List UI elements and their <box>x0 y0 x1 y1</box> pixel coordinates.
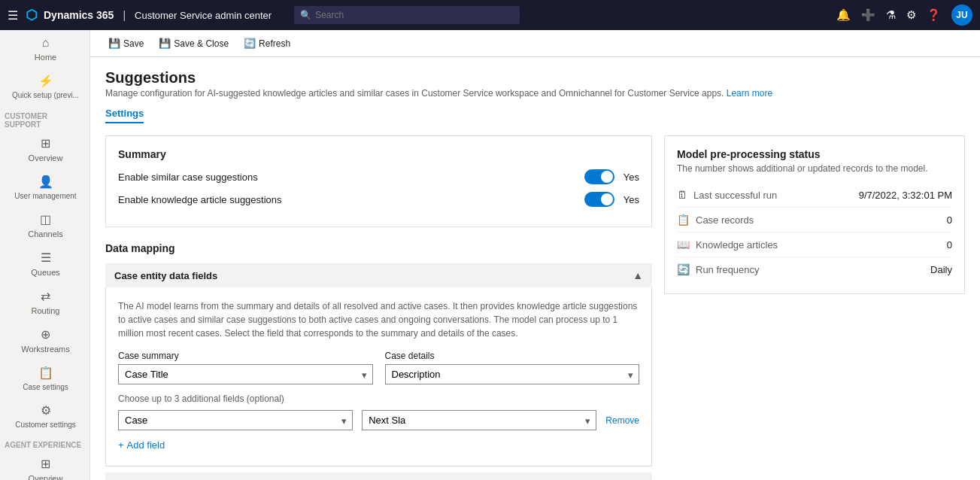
queues-icon: ☰ <box>41 251 51 265</box>
save-close-button[interactable]: 💾 Save & Close <box>153 35 235 52</box>
optional-field2-select[interactable]: Next Sla <box>362 410 596 430</box>
right-column: Model pre-processing status The number s… <box>664 135 965 480</box>
toggle2-label: Enable knowledge article suggestions <box>118 194 575 205</box>
case-fields-row: Case summary Case Title Case details <box>118 351 639 384</box>
case-entity-body: The AI model learns from the summary and… <box>105 287 652 466</box>
settings-icon[interactable]: ⚙ <box>906 8 916 22</box>
add-field-plus-icon: + <box>118 439 124 451</box>
page-subtitle: Manage configuration for AI-suggested kn… <box>105 88 965 99</box>
model-status-row-1: 📋 Case records 0 <box>677 208 952 232</box>
optional-field1-wrap: Case <box>118 410 353 430</box>
content-area: 💾 Save 💾 Save & Close 🔄 Refresh Suggesti… <box>90 30 980 480</box>
topbar: ☰ ⬡ Dynamics 365 | Customer Service admi… <box>0 0 980 30</box>
sidebar-item-overview[interactable]: ⊞ Overview <box>0 130 90 169</box>
toggle1-switch[interactable] <box>584 169 614 184</box>
topbar-actions: 🔔 ➕ ⚗ ⚙ ❓ JU <box>836 5 972 26</box>
agent-overview-icon: ⊞ <box>41 457 50 471</box>
toggle1-slider <box>584 169 614 184</box>
add-field-label: Add field <box>127 439 165 451</box>
hamburger-icon[interactable]: ☰ <box>8 8 18 23</box>
refresh-button[interactable]: 🔄 Refresh <box>238 35 296 52</box>
section-label-customer-support: Customer support <box>0 106 90 130</box>
sidebar-label-channels: Channels <box>28 229 62 238</box>
search-input[interactable] <box>294 6 520 24</box>
optional-label: Choose up to 3 additional fields (option… <box>118 393 639 404</box>
sidebar-label-queues: Queues <box>31 268 60 277</box>
sidebar-item-quick-setup[interactable]: ⚡ Quick setup (previ... <box>0 68 90 106</box>
case-entity-collapse-icon: ▲ <box>633 269 643 281</box>
add-field-button[interactable]: + Add field <box>118 436 165 454</box>
remove-field-link[interactable]: Remove <box>605 415 639 426</box>
help-icon[interactable]: ❓ <box>927 8 941 22</box>
refresh-label: Refresh <box>259 38 290 49</box>
channels-icon: ◫ <box>40 212 51 226</box>
knowledge-articles-val: 0 <box>947 239 952 251</box>
two-col-layout: Summary Enable similar case suggestions … <box>105 135 965 480</box>
case-records-icon: 📋 <box>677 214 690 226</box>
sidebar-item-workstreams[interactable]: ⊕ Workstreams <box>0 321 90 360</box>
sidebar-item-channels[interactable]: ◫ Channels <box>0 206 90 245</box>
search-icon: 🔍 <box>300 10 311 20</box>
last-run-icon: 🗓 <box>677 189 687 201</box>
model-status-title: Model pre-processing status <box>677 148 952 160</box>
summary-title: Summary <box>118 148 639 160</box>
model-status-row-2: 📖 Knowledge articles 0 <box>677 232 952 257</box>
case-details-select[interactable]: Description <box>385 364 640 384</box>
learn-more-link[interactable]: Learn more <box>727 88 772 99</box>
last-run-val: 9/7/2022, 3:32:01 PM <box>859 190 952 201</box>
data-mapping-section: Data mapping Case entity data fields ▲ T… <box>105 242 652 480</box>
brand: ⬡ Dynamics 365 | Customer Service admin … <box>26 7 272 23</box>
section-label-agent-experience: Agent experience <box>0 435 90 451</box>
notification-icon[interactable]: 🔔 <box>836 8 851 22</box>
sidebar-item-queues[interactable]: ☰ Queues <box>0 245 90 283</box>
run-frequency-val: Daily <box>930 264 952 275</box>
sidebar-item-home[interactable]: ⌂ Home <box>0 30 90 68</box>
sidebar-label-case-settings: Case settings <box>23 383 68 391</box>
sidebar-item-case-settings[interactable]: 📋 Case settings <box>0 360 90 397</box>
case-entity-header[interactable]: Case entity data fields ▲ <box>105 263 652 287</box>
model-status-box: Model pre-processing status The number s… <box>664 135 965 294</box>
avatar[interactable]: JU <box>951 5 972 26</box>
toggle-row-2: Enable knowledge article suggestions Yes <box>118 192 639 207</box>
sidebar-label-user-mgmt: User management <box>14 192 76 200</box>
overview-icon: ⊞ <box>41 136 50 150</box>
toggle-row-1: Enable similar case suggestions Yes <box>118 169 639 184</box>
case-summary-select[interactable]: Case Title <box>118 364 373 384</box>
dynamics-icon: ⬡ <box>26 7 38 23</box>
summary-box: Summary Enable similar case suggestions … <box>105 135 652 227</box>
add-icon[interactable]: ➕ <box>861 8 875 22</box>
sidebar-item-customer-settings[interactable]: ⚙ Customer settings <box>0 397 90 435</box>
filter-icon[interactable]: ⚗ <box>886 8 896 22</box>
routing-icon: ⇄ <box>41 289 50 303</box>
run-frequency-icon: 🔄 <box>677 263 690 275</box>
refresh-icon: 🔄 <box>244 38 256 49</box>
knowledge-article-header[interactable]: Knowledge article data fields ▲ <box>105 472 652 480</box>
sidebar-item-routing[interactable]: ⇄ Routing <box>0 283 90 321</box>
optional-field1-select[interactable]: Case <box>118 410 353 430</box>
tab-settings[interactable]: Settings <box>105 108 144 123</box>
subtitle-text: Manage configuration for AI-suggested kn… <box>105 88 724 99</box>
sidebar-label-agent-overview: Overview <box>29 474 63 480</box>
case-settings-icon: 📋 <box>38 366 53 380</box>
user-mgmt-icon: 👤 <box>38 175 53 189</box>
case-records-key: Case records <box>696 214 941 226</box>
case-details-label: Case details <box>385 351 640 361</box>
workstreams-icon: ⊕ <box>41 327 50 342</box>
model-status-desc: The number shows additional or updated r… <box>677 163 952 174</box>
case-entity-desc: The AI model learns from the summary and… <box>118 299 639 340</box>
sidebar-item-agent-overview[interactable]: ⊞ Overview <box>0 451 90 480</box>
toggle2-switch[interactable] <box>584 192 614 207</box>
save-close-label: Save & Close <box>174 38 229 49</box>
quick-setup-icon: ⚡ <box>38 74 53 88</box>
save-button[interactable]: 💾 Save <box>102 35 150 52</box>
sidebar-item-user-management[interactable]: 👤 User management <box>0 169 90 206</box>
case-summary-field: Case summary Case Title <box>118 351 373 384</box>
knowledge-articles-icon: 📖 <box>677 238 690 251</box>
data-mapping-title: Data mapping <box>105 242 652 254</box>
page-content: Suggestions Manage configuration for AI-… <box>90 57 980 480</box>
toolbar: 💾 Save 💾 Save & Close 🔄 Refresh <box>90 30 980 57</box>
optional-row-1: Case Next Sla Remove <box>118 410 639 430</box>
search-container: 🔍 <box>294 6 520 24</box>
sidebar-label-customer-settings: Customer settings <box>15 421 76 429</box>
sidebar: ⌂ Home ⚡ Quick setup (previ... Customer … <box>0 30 90 480</box>
